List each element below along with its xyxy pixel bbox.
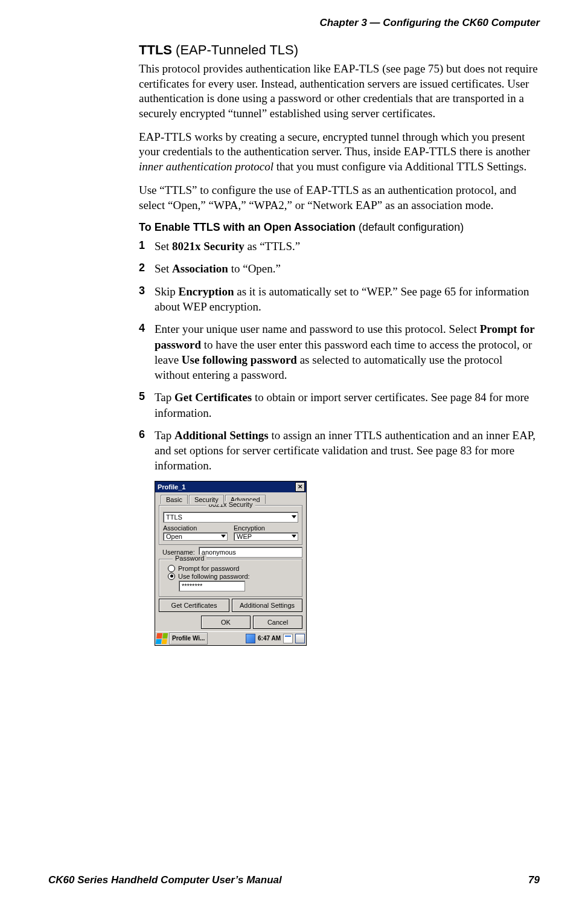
chevron-down-icon (292, 535, 296, 538)
association-label: Association (163, 524, 228, 532)
radio-use-row[interactable]: Use following password: (168, 573, 298, 580)
radio-use-following[interactable] (168, 573, 175, 580)
username-input[interactable]: anonymous (199, 547, 302, 558)
steps-list: Set 8021x Security as “TTLS.” Set Associ… (139, 239, 540, 473)
step-4: Enter your unique user name and password… (139, 321, 540, 382)
radio-use-label: Use following password: (178, 573, 250, 580)
footer-manual-title: CK60 Series Handheld Computer User’s Man… (48, 874, 282, 886)
association-select-value: Open (166, 533, 182, 540)
tab-security[interactable]: Security (189, 495, 224, 504)
procedure-heading-rest: (default configuration) (356, 221, 464, 233)
radio-prompt[interactable] (168, 565, 175, 572)
radio-dot-icon (170, 575, 173, 578)
connectivity-icon[interactable] (246, 634, 255, 643)
security-groupbox: 8021x Security TTLS Association Open (159, 505, 302, 545)
password-groupbox: Password Prompt for password Use followi… (159, 559, 302, 597)
windows-logo-icon (156, 633, 168, 644)
card-icon[interactable] (283, 634, 293, 643)
step-6: Tap Additional Settings to assign an inn… (139, 428, 540, 474)
encryption-select-value: WEP (237, 533, 252, 540)
start-button[interactable] (156, 633, 167, 644)
footer-page-number: 79 (528, 874, 540, 886)
profile-dialog: Profile_1 ✕ Basic Security Advanced 8021… (155, 481, 307, 646)
dialog-titlebar[interactable]: Profile_1 ✕ (155, 481, 306, 492)
username-value: anonymous (202, 549, 236, 556)
section-title-main: TTLS (139, 42, 172, 57)
paragraph-3: Use “TTLS” to configure the use of EAP-T… (139, 183, 540, 213)
password-group-label: Password (173, 555, 206, 562)
procedure-heading-bold: To Enable TTLS with an Open Association (139, 221, 356, 233)
password-value: ******** (182, 582, 202, 590)
radio-prompt-label: Prompt for password (178, 565, 239, 572)
para2-emph: inner authentication protocol (139, 160, 273, 173)
section-title: TTLS (EAP-Tunneled TLS) (139, 42, 540, 58)
para2-post: that you must configure via Additional T… (273, 160, 526, 173)
step-5: Tap Get Certificates to obtain or import… (139, 390, 540, 420)
close-button[interactable]: ✕ (295, 482, 305, 492)
encryption-select[interactable]: WEP (234, 532, 298, 541)
step-1: Set 8021x Security as “TTLS.” (139, 239, 540, 254)
system-tray: 6:47 AM (246, 634, 305, 643)
taskbar-clock: 6:47 AM (258, 635, 281, 642)
step-2: Set Association to “Open.” (139, 261, 540, 276)
get-certificates-button[interactable]: Get Certificates (159, 599, 229, 612)
encryption-label: Encryption (234, 524, 298, 532)
document-body: TTLS (EAP-Tunneled TLS) This protocol pr… (139, 42, 540, 646)
radio-prompt-row[interactable]: Prompt for password (168, 565, 298, 572)
association-select[interactable]: Open (163, 532, 228, 541)
paragraph-2: EAP-TTLS works by creating a secure, enc… (139, 130, 540, 175)
step-3: Skip Encryption as it is automatically s… (139, 284, 540, 315)
chevron-down-icon (221, 535, 226, 538)
taskbar-app-button[interactable]: Profile Wi... (169, 633, 208, 645)
keyboard-icon[interactable] (295, 634, 305, 643)
password-input[interactable]: ******** (179, 581, 245, 591)
chevron-down-icon (292, 515, 296, 518)
security-select-value: TTLS (166, 514, 182, 521)
security-select[interactable]: TTLS (163, 512, 298, 523)
chapter-header: Chapter 3 — Configuring the CK60 Compute… (48, 17, 540, 29)
para2-pre: EAP-TTLS works by creating a secure, enc… (139, 130, 530, 158)
taskbar: Profile Wi... 6:47 AM (155, 631, 306, 645)
procedure-heading: To Enable TTLS with an Open Association … (139, 221, 540, 234)
close-icon: ✕ (298, 483, 302, 490)
section-title-sub: (EAP-Tunneled TLS) (172, 42, 298, 57)
ok-button[interactable]: OK (201, 616, 251, 629)
cancel-button[interactable]: Cancel (253, 616, 302, 629)
additional-settings-button[interactable]: Additional Settings (232, 599, 302, 612)
dialog-title: Profile_1 (158, 483, 185, 491)
paragraph-1: This protocol provides authentication li… (139, 62, 540, 121)
tab-basic[interactable]: Basic (161, 495, 188, 504)
